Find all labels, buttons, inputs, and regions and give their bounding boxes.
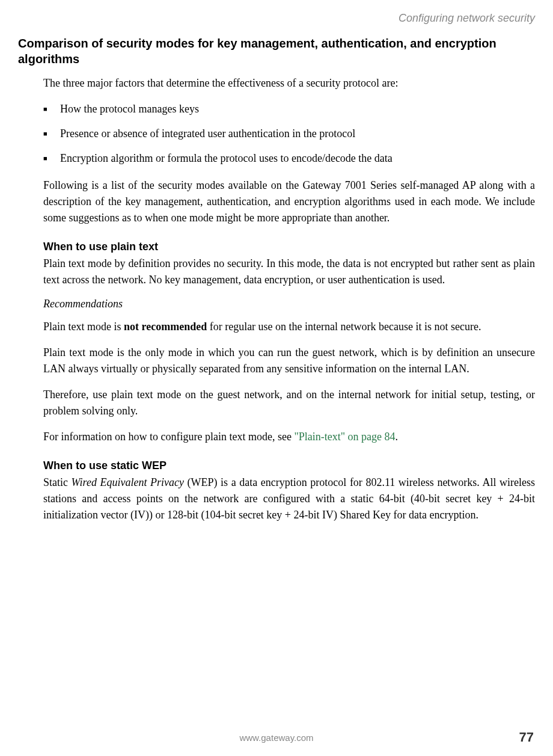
list-item: Encryption algorithm or formula the prot…	[43, 150, 535, 167]
list-item: How the protocol manages keys	[43, 101, 535, 117]
page-number: 77	[519, 730, 534, 745]
text-fragment: .	[396, 431, 399, 443]
bold-text: not recommended	[124, 321, 207, 333]
plaintext-p1: Plain text mode by definition provides n…	[43, 256, 535, 288]
wep-heading: When to use static WEP	[43, 459, 535, 472]
plaintext-p5: For information on how to configure plai…	[43, 429, 535, 445]
main-heading: Comparison of security modes for key man…	[18, 35, 535, 67]
plaintext-p2: Plain text mode is not recommended for r…	[43, 319, 535, 335]
wep-p1: Static Wired Equivalent Privacy (WEP) is…	[43, 475, 535, 523]
factors-list: How the protocol manages keys Presence o…	[43, 101, 535, 167]
header-section-title: Configuring network security	[18, 12, 535, 25]
plaintext-p3: Plain text mode is the only mode in whic…	[43, 345, 535, 377]
plaintext-p4: Therefore, use plain text mode on the gu…	[43, 387, 535, 419]
intro-paragraph: The three major factors that determine t…	[43, 75, 535, 91]
list-item: Presence or absence of integrated user a…	[43, 126, 535, 142]
text-fragment: for regular use on the internal network …	[207, 321, 481, 333]
cross-reference-link[interactable]: "Plain-text" on page 84	[294, 431, 395, 443]
text-fragment: For information on how to configure plai…	[43, 431, 294, 443]
text-fragment: Plain text mode is	[43, 321, 124, 333]
text-fragment: Static	[43, 476, 72, 488]
recommendations-label: Recommendations	[43, 298, 535, 310]
italic-text: Wired Equivalent Privacy	[72, 476, 184, 488]
plaintext-heading: When to use plain text	[43, 241, 535, 253]
footer-url: www.gateway.com	[0, 733, 553, 743]
following-paragraph: Following is a list of the security mode…	[43, 177, 535, 226]
